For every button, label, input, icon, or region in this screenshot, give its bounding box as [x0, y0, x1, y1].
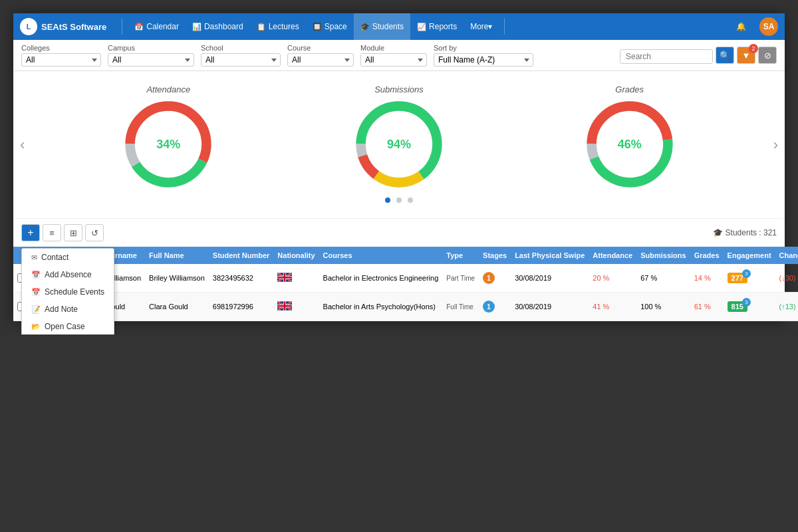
students-count: 🎓 Students : 321: [713, 228, 777, 237]
refresh-icon: ↺: [91, 228, 98, 238]
change-value: (↓30): [779, 274, 796, 282]
context-schedule-events[interactable]: 📅 Schedule Events: [22, 283, 114, 301]
students-icon: 🎓: [713, 228, 723, 237]
charts-row: Attendance 34% S: [53, 84, 745, 188]
search-input[interactable]: [620, 49, 713, 64]
grades-chart: Grades 46%: [587, 84, 673, 188]
attendance-value: 34%: [156, 138, 180, 152]
table-toolbar: + ≡ ⊞ ↺ 🎓 Students : 321: [13, 219, 785, 247]
refresh-button[interactable]: ↺: [85, 224, 104, 241]
schedule-icon: 📅: [31, 288, 41, 297]
col-change[interactable]: Change: [775, 247, 798, 264]
context-add-absence[interactable]: 📅 Add Absence: [22, 266, 114, 283]
col-fullname[interactable]: Full Name: [145, 247, 209, 264]
stages-cell: 1: [479, 293, 511, 321]
nav-lectures[interactable]: 📋 Lectures: [250, 13, 306, 40]
table-row[interactable]: BW Williamson Briley Williamson 38234956…: [13, 264, 798, 293]
attendance-chart: Attendance 34%: [125, 84, 211, 188]
nav-calendar[interactable]: 📅 Calendar: [128, 13, 186, 40]
carousel-dot-2[interactable]: [396, 198, 402, 203]
col-nationality[interactable]: Nationality: [273, 247, 319, 264]
module-label: Module: [360, 44, 427, 52]
col-courses[interactable]: Courses: [319, 247, 443, 264]
col-submissions[interactable]: Submissions: [636, 247, 690, 264]
courses-cell: Bachelor in Arts Psychology(Hons): [319, 293, 443, 321]
note-icon: 📝: [31, 305, 41, 314]
colleges-filter: Colleges All: [21, 44, 101, 66]
grid-view-button[interactable]: ⊞: [64, 224, 82, 241]
grades-donut: 46%: [587, 101, 673, 188]
context-open-case[interactable]: 📂 Open Case: [22, 318, 114, 334]
type-cell: Full Time: [442, 293, 479, 321]
filter-button[interactable]: ▼ 2: [737, 47, 755, 64]
col-last-swipe[interactable]: Last Physical Swipe: [511, 247, 589, 264]
student-number-cell: 3823495632: [209, 264, 274, 293]
submissions-donut: 94%: [356, 101, 442, 188]
module-select[interactable]: All: [360, 53, 427, 66]
navbar: L SEAtS Software 📅 Calendar 📊 Dashboard …: [13, 13, 785, 40]
attendance-cell: 41 %: [589, 293, 636, 321]
col-engagement[interactable]: Engagement: [724, 247, 775, 264]
students-count-label: Students : 321: [726, 228, 777, 237]
nav-dashboard[interactable]: 📊 Dashboard: [186, 13, 250, 40]
carousel-right[interactable]: ›: [773, 136, 778, 154]
add-button[interactable]: +: [21, 224, 40, 241]
dashboard-icon: 📊: [192, 23, 201, 31]
col-type[interactable]: Type: [442, 247, 479, 264]
students-table: First Name Surname Full Name Student Num…: [13, 247, 798, 321]
submissions-cell: 67 %: [636, 264, 690, 293]
student-number-cell: 6981972996: [209, 293, 274, 321]
context-contact[interactable]: ✉ Contact: [22, 249, 114, 266]
context-add-note[interactable]: 📝 Add Note: [22, 301, 114, 318]
course-filter: Course All: [287, 44, 354, 66]
school-filter: School All: [201, 44, 281, 66]
brand-name: SEAtS Software: [41, 22, 106, 32]
school-select[interactable]: All: [201, 53, 281, 66]
colleges-label: Colleges: [21, 44, 101, 52]
reset-filter-button[interactable]: ⊘: [758, 47, 777, 64]
grades-cell: 61 %: [690, 293, 724, 321]
lectures-icon: 📋: [257, 23, 266, 31]
nav-more[interactable]: More▾: [464, 13, 499, 40]
carousel-dot-1[interactable]: [385, 198, 390, 203]
col-attendance[interactable]: Attendance: [589, 247, 636, 264]
fullname-cell: Briley Williamson: [145, 264, 209, 293]
user-avatar[interactable]: SA: [759, 17, 778, 36]
sortby-select[interactable]: Full Name (A-Z): [434, 53, 533, 66]
nav-space[interactable]: 🔲 Space: [306, 13, 354, 40]
grades-title: Grades: [587, 84, 673, 94]
list-icon: ≡: [49, 228, 55, 238]
campus-select[interactable]: All: [108, 53, 194, 66]
stage-badge: 1: [483, 301, 495, 313]
nav-reports[interactable]: 📈 Reports: [410, 13, 464, 40]
fullname-cell: Clara Gould: [145, 293, 209, 321]
campus-filter: Campus All: [108, 44, 194, 66]
course-select[interactable]: All: [287, 53, 354, 66]
submissions-chart: Submissions 94%: [356, 84, 442, 188]
grades-value: 46%: [618, 138, 642, 152]
filter-badge: 2: [749, 44, 758, 53]
grades-cell: 14 %: [690, 264, 724, 293]
submissions-cell: 100 %: [636, 293, 690, 321]
nav-bell[interactable]: 🔔: [730, 13, 753, 40]
nationality-cell: [273, 264, 319, 293]
nav-students[interactable]: 🎓 Students: [354, 13, 410, 40]
table-section: + ≡ ⊞ ↺ 🎓 Students : 321 ✉ Con: [13, 219, 785, 321]
campus-label: Campus: [108, 44, 194, 52]
table-row[interactable]: CG Gould Clara Gould 6981972996 Bachelor…: [13, 293, 798, 321]
attendance-donut: 34%: [125, 101, 211, 188]
colleges-select[interactable]: All: [21, 53, 101, 66]
col-stages[interactable]: Stages: [479, 247, 511, 264]
stages-cell: 1: [479, 264, 511, 293]
col-grades[interactable]: Grades: [690, 247, 724, 264]
list-view-button[interactable]: ≡: [43, 224, 61, 241]
flag-icon: [277, 304, 292, 312]
carousel-left[interactable]: ‹: [20, 136, 25, 154]
sortby-filter: Sort by Full Name (A-Z): [434, 44, 533, 66]
context-menu: ✉ Contact 📅 Add Absence 📅 Schedule Event…: [21, 248, 114, 334]
case-icon: 📂: [31, 323, 41, 331]
carousel-dot-3[interactable]: [408, 198, 413, 203]
last-swipe-cell: 30/08/2019: [511, 293, 589, 321]
search-button[interactable]: 🔍: [716, 47, 734, 64]
col-student-number[interactable]: Student Number: [209, 247, 274, 264]
